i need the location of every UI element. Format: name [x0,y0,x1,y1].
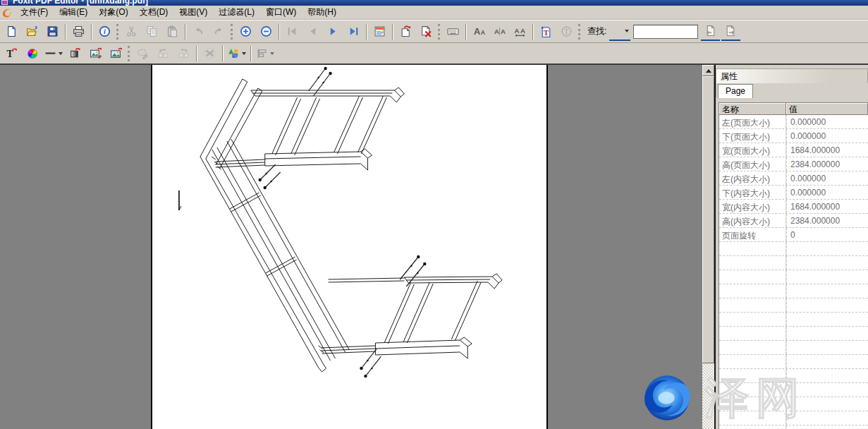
property-value[interactable]: 2384.000000 [786,157,868,171]
property-value[interactable] [786,270,868,284]
insert-shape-button[interactable] [226,44,247,62]
paste-button[interactable] [163,23,182,40]
virtual-keyboard-button[interactable] [444,23,463,40]
delete-page-button[interactable] [417,23,436,40]
svg-text:i: i [104,28,106,35]
page-layout-button[interactable] [370,23,389,40]
char-spacing-button[interactable]: AA [490,23,509,40]
property-value[interactable]: 0.000000 [786,129,868,143]
menu-object[interactable]: 对象(O) [93,5,133,20]
zoom-out-icon [260,25,272,37]
property-name: 左(页面大小) [719,115,786,128]
property-value[interactable] [786,411,868,425]
tab-page[interactable]: Page [718,84,753,98]
align-objects-icon [256,47,268,59]
zoom-in-icon [240,25,252,37]
property-value[interactable]: 2384.000000 [786,214,868,227]
menu-file[interactable]: 文件(F) [15,5,54,20]
find-options-button[interactable] [609,22,630,41]
vertical-scrollbar[interactable] [702,65,714,429]
property-row [719,327,868,341]
property-value[interactable] [786,369,868,382]
find-previous-button[interactable] [701,22,720,41]
property-name: 左(内容大小) [719,171,786,185]
edit-color-button[interactable] [23,44,42,62]
property-value[interactable] [786,341,868,354]
toolbar-separator [250,46,252,61]
property-value[interactable]: 0 [786,228,868,241]
property-value[interactable]: 1684.000000 [786,143,868,157]
add-image-button[interactable] [106,44,126,62]
redo-button[interactable] [209,23,228,40]
property-value[interactable] [786,298,868,312]
edit-object-button[interactable] [133,44,152,62]
new-document-button[interactable] [2,23,21,40]
scroll-up-button[interactable] [702,65,714,76]
text-mode-button[interactable]: T [557,23,576,40]
menu-view[interactable]: 视图(V) [173,5,213,20]
property-row: 下(页面大小)0.000000 [719,129,868,143]
align-objects-button[interactable] [255,44,276,62]
edit-image-button[interactable] [86,44,105,62]
property-value[interactable]: 1684.000000 [786,200,868,213]
zoom-in-button[interactable] [236,23,255,40]
next-page-button[interactable] [324,23,343,40]
edit-text-button[interactable]: T [2,44,21,62]
property-value[interactable]: 0.000000 [786,171,868,185]
property-value[interactable]: 0.000000 [786,115,868,128]
property-value[interactable] [786,313,868,326]
column-header-value: 值 [786,103,868,115]
menu-help[interactable]: 帮助(H) [302,5,342,20]
property-value[interactable] [786,242,868,255]
scrollbar-thumb[interactable] [702,76,714,363]
dropdown-arrow-icon[interactable] [625,30,629,32]
edit-shading-button[interactable] [66,44,85,62]
line-style-button[interactable] [43,44,64,62]
keyboard-icon [447,25,459,37]
property-value[interactable] [786,256,868,270]
save-file-button[interactable] [43,23,62,40]
zoom-out-button[interactable] [257,23,276,40]
rotate-object-left-button[interactable] [154,44,173,62]
copy-button[interactable] [142,23,161,40]
open-file-button[interactable] [23,23,42,40]
menu-edit[interactable]: 编辑(E) [54,5,93,20]
menubar: 文件(F)编辑(E)对象(O)文档(D)视图(V)过滤器(L)窗口(W)帮助(H… [0,6,868,20]
dropdown-arrow-icon[interactable] [59,52,63,55]
property-row: 左(内容大小)0.000000 [719,171,868,186]
add-image-icon [110,47,122,59]
property-value[interactable] [786,355,868,368]
dropdown-arrow-icon[interactable] [270,52,274,55]
last-page-icon [348,25,360,37]
first-page-button[interactable] [283,23,302,40]
undo-button[interactable] [189,23,208,40]
property-value[interactable] [786,425,868,429]
print-button[interactable] [69,23,88,40]
property-row: 宽(内容大小)1684.000000 [719,200,868,214]
property-value[interactable] [786,284,868,298]
property-value[interactable] [786,327,868,340]
property-value[interactable]: 0.000000 [786,186,868,199]
menu-window[interactable]: 窗口(W) [260,5,302,20]
rotate-object-right-button[interactable] [174,44,193,62]
property-row [719,383,868,397]
property-value[interactable] [786,383,868,397]
menu-filter[interactable]: 过滤器(L) [213,5,260,20]
rotate-page-button[interactable] [396,23,415,40]
document-info-button[interactable]: i [95,23,114,40]
text-horizontal-scale-button[interactable]: AA [511,23,530,40]
cut-button[interactable] [122,23,141,40]
panel-tabstrip: Page [716,83,868,97]
canvas-pane [0,65,702,429]
find-next-button[interactable] [721,22,740,41]
edit-color-icon [26,47,38,59]
menu-document[interactable]: 文档(D) [134,5,174,20]
find-input[interactable] [633,25,698,39]
dropdown-arrow-icon[interactable] [242,52,246,55]
previous-page-button[interactable] [303,23,322,40]
font-size-button[interactable]: AA [470,23,489,40]
property-value[interactable] [786,397,868,411]
add-text-button[interactable]: T [537,23,556,40]
delete-object-button[interactable] [200,44,219,62]
last-page-button[interactable] [344,23,363,40]
